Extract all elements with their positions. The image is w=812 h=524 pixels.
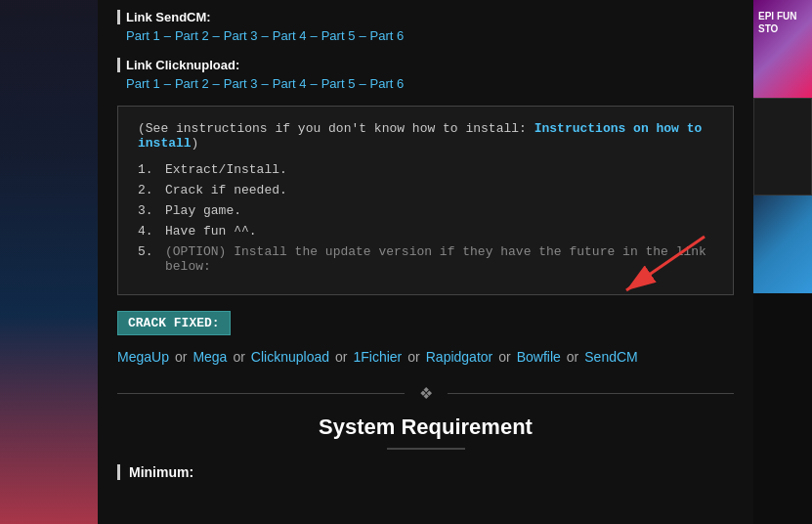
sendcm-part6[interactable]: Part 6	[370, 28, 405, 43]
clicknupload-sep1: –	[164, 76, 171, 91]
system-requirement-title: System Requirement	[117, 415, 734, 440]
clicknupload-part3[interactable]: Part 3	[224, 76, 258, 91]
sidebar-text-1: EPI FUN STO	[758, 10, 812, 35]
instruction-box: (See instructions if you don't know how …	[117, 106, 734, 295]
clicknupload-part1[interactable]: Part 1	[126, 76, 160, 91]
intro-close: )	[192, 136, 199, 151]
sendcm-link-row: Part 1 – Part 2 – Part 3 – Part 4 – Part…	[117, 28, 734, 43]
instruction-intro: (See instructions if you don't know how …	[138, 121, 713, 151]
sidebar-item-1: EPI FUN STO	[753, 0, 812, 98]
sendcm-sep4: –	[310, 28, 317, 43]
sidebar-item-2	[753, 98, 812, 196]
dl-sendcm[interactable]: SendCM	[584, 349, 637, 365]
clicknupload-part4[interactable]: Part 4	[273, 76, 307, 91]
clicknupload-sep2: –	[213, 76, 220, 91]
step-4: 4. Have fun ^^.	[138, 224, 713, 239]
divider-left	[117, 393, 405, 394]
sendcm-part2[interactable]: Part 2	[175, 28, 209, 43]
clicknupload-part2[interactable]: Part 2	[175, 76, 209, 91]
clicknupload-sep5: –	[359, 76, 365, 91]
intro-text: (See instructions if you don't know how …	[138, 121, 534, 136]
sendcm-label: Link SendCM:	[117, 10, 734, 24]
content-area: Link SendCM: Part 1 – Part 2 – Part 3 – …	[98, 0, 753, 490]
dl-clicknupload[interactable]: Clicknupload	[251, 349, 329, 365]
sendcm-sep2: –	[213, 28, 220, 43]
dl-bowfile[interactable]: Bowfile	[517, 349, 561, 365]
sidebar-item-3	[753, 196, 812, 293]
sendcm-part5[interactable]: Part 5	[321, 28, 356, 43]
step-2: 2. Crack if needed.	[138, 183, 713, 197]
sendcm-part3[interactable]: Part 3	[224, 28, 258, 43]
dl-rapidgator[interactable]: Rapidgator	[426, 349, 493, 365]
divider-icon: ❖	[419, 384, 433, 403]
divider-section: ❖	[117, 384, 734, 403]
clicknupload-links-section: Link Clicknupload: Part 1 – Part 2 – Par…	[117, 58, 734, 91]
sidebar: EPI FUN STO	[753, 0, 812, 524]
clicknupload-label: Link Clicknupload:	[117, 58, 734, 72]
clicknupload-part6[interactable]: Part 6	[370, 76, 405, 91]
sendcm-sep3: –	[262, 28, 269, 43]
clicknupload-sep4: –	[310, 76, 317, 91]
step-1: 1. Extract/Install.	[138, 162, 713, 177]
clicknupload-link-row: Part 1 – Part 2 – Part 3 – Part 4 – Part…	[117, 76, 734, 91]
instruction-wrapper: (See instructions if you don't know how …	[117, 106, 734, 295]
step-5: 5. (OPTION) Install the update version i…	[138, 244, 713, 274]
sendcm-sep1: –	[164, 28, 171, 43]
sendcm-label-text: Link SendCM:	[126, 10, 211, 24]
sendcm-part1[interactable]: Part 1	[126, 28, 160, 43]
crack-badge: CRACK FIXED:	[117, 311, 231, 335]
system-req-underline	[387, 448, 465, 450]
dl-mega[interactable]: Mega	[192, 349, 227, 365]
clicknupload-part5[interactable]: Part 5	[321, 76, 356, 91]
minimum-label: Minimum:	[117, 464, 734, 480]
divider-right	[448, 393, 735, 394]
instruction-steps: 1. Extract/Install. 2. Crack if needed. …	[138, 162, 713, 274]
clicknupload-label-text: Link Clicknupload:	[126, 58, 239, 72]
clicknupload-sep3: –	[262, 76, 269, 91]
main-content: Link SendCM: Part 1 – Part 2 – Part 3 – …	[0, 0, 753, 524]
sendcm-part4[interactable]: Part 4	[273, 28, 307, 43]
dl-megaup[interactable]: MegaUp	[117, 349, 169, 365]
sendcm-links-section: Link SendCM: Part 1 – Part 2 – Part 3 – …	[117, 10, 734, 43]
step-3: 3. Play game.	[138, 203, 713, 218]
sendcm-sep5: –	[359, 28, 365, 43]
download-links: MegaUp or Mega or Clicknupload or 1Fichi…	[117, 349, 734, 365]
dl-1fichier[interactable]: 1Fichier	[353, 349, 402, 365]
